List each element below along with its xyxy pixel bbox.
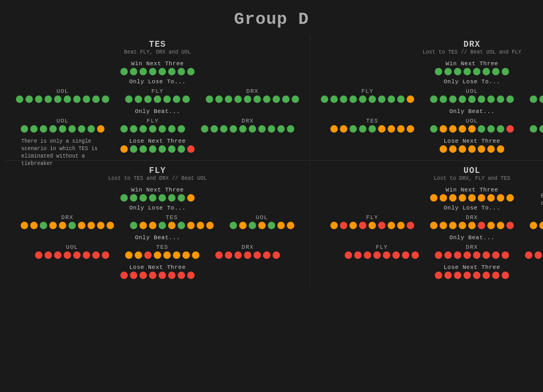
fly-only-beat-label: Only Beat... <box>16 234 299 241</box>
dot <box>239 222 247 229</box>
dot <box>159 145 166 153</box>
dot <box>87 222 95 229</box>
tes-only-beat-opponents: UOL FLY <box>16 118 299 135</box>
dot <box>354 251 362 259</box>
dot <box>478 145 485 153</box>
dot <box>168 194 176 202</box>
uol-win-dots <box>321 194 543 202</box>
dot <box>369 95 376 103</box>
tes-subtitle: Beat FLY, DRX and UOL <box>16 49 299 55</box>
dot <box>435 68 442 75</box>
dot <box>378 222 386 229</box>
drx-beat-uol: UOL <box>430 118 514 135</box>
dot <box>21 222 28 229</box>
dot <box>168 125 176 133</box>
dot <box>159 194 166 202</box>
dot <box>120 194 128 202</box>
dot <box>282 95 290 103</box>
dot <box>330 125 338 133</box>
dot <box>539 222 543 229</box>
dot <box>25 95 33 103</box>
dot <box>340 222 347 229</box>
dot <box>263 95 270 103</box>
uol-only-lose-opponents: FLY DRX <box>321 214 543 231</box>
team-section-tes: TES Beat FLY, DRX and UOL Win Next Three… <box>5 34 310 160</box>
dot <box>125 251 133 259</box>
dot <box>258 125 266 133</box>
drx-uol-block: UOL <box>430 88 514 105</box>
page-title: Group D <box>0 0 543 34</box>
dot <box>463 272 471 279</box>
dot <box>468 95 476 103</box>
dot <box>220 125 227 133</box>
dot <box>102 251 109 259</box>
tes-lose-section: There is only a single scenario in which… <box>16 138 299 153</box>
dot <box>487 125 495 133</box>
drx-fly-block: FLY <box>321 88 414 105</box>
dot <box>178 272 185 279</box>
drx-only-lose-label: Only Lose To... <box>321 79 543 85</box>
dot <box>159 222 166 229</box>
dot <box>30 125 38 133</box>
drx-lose-section: Lose Next Three <box>321 138 543 153</box>
dot <box>525 251 532 259</box>
dot <box>502 272 509 279</box>
dot <box>45 251 52 259</box>
dot <box>388 222 395 229</box>
uol-subtitle: Lost to DRX, FLY and TES <box>321 176 543 181</box>
dot <box>478 194 485 202</box>
dot <box>449 145 457 153</box>
dot <box>144 251 152 259</box>
dot <box>178 145 185 153</box>
dot <box>21 125 28 133</box>
dot <box>135 95 142 103</box>
dot <box>459 125 466 133</box>
drx-lose-dots <box>321 145 543 153</box>
dot <box>120 145 128 153</box>
drx-subtitle: Lost to TES // Beat UOL and FLY <box>321 49 543 55</box>
dot <box>449 95 457 103</box>
dot <box>397 222 405 229</box>
dot <box>230 125 237 133</box>
dot <box>178 222 185 229</box>
dot <box>349 222 357 229</box>
uol-drx-block: DRX <box>430 214 514 231</box>
dot <box>130 145 137 153</box>
dot <box>249 125 256 133</box>
dot <box>330 95 338 103</box>
uol-win-label: Win Next Three <box>321 187 543 193</box>
team-section-drx: DRX Lost to TES // Beat UOL and FLY Win … <box>310 34 543 160</box>
tes-only-beat-label: Only Beat... <box>16 108 299 115</box>
dot <box>130 222 137 229</box>
uol-lose-section: Lose Next Three <box>321 264 543 279</box>
team-section-fly: FLY Lost to TES and DRX // Beat UOL Win … <box>5 160 310 286</box>
dot <box>263 251 270 259</box>
dot <box>130 125 137 133</box>
dot <box>483 68 490 75</box>
dot <box>359 222 366 229</box>
dot <box>440 125 447 133</box>
dot <box>530 95 537 103</box>
dot <box>454 272 461 279</box>
dot <box>45 95 52 103</box>
dot <box>273 251 280 259</box>
dot <box>492 68 500 75</box>
dot <box>35 251 42 259</box>
dot <box>468 222 476 229</box>
drx-beat-fly: FLY <box>530 118 543 135</box>
dot <box>402 251 409 259</box>
dot <box>483 251 490 259</box>
tes-beat-fly: FLY <box>120 118 185 135</box>
dot <box>178 125 185 133</box>
dot <box>292 95 299 103</box>
dot <box>392 251 400 259</box>
drx-only-lose-opponents: FLY UOL <box>321 88 543 105</box>
dot <box>253 251 261 259</box>
uol-beat-tes: TES <box>525 244 543 261</box>
uol-beat-fly: FLY <box>345 244 419 261</box>
main-grid: TES Beat FLY, DRX and UOL Win Next Three… <box>0 34 543 286</box>
dot <box>539 125 543 133</box>
dot <box>59 222 66 229</box>
uol-lose-dots <box>321 272 543 279</box>
dot <box>182 251 190 259</box>
